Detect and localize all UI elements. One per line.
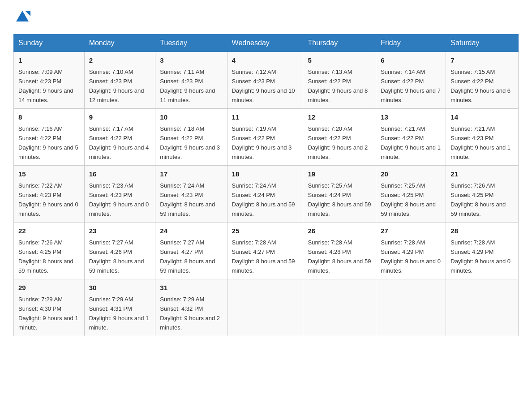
- calendar-cell: 29 Sunrise: 7:29 AMSunset: 4:30 PMDaylig…: [14, 279, 85, 336]
- day-number: 23: [89, 226, 151, 236]
- calendar-cell: 5 Sunrise: 7:13 AMSunset: 4:22 PMDayligh…: [303, 52, 376, 109]
- day-number: 16: [89, 169, 151, 180]
- day-number: 5: [308, 56, 371, 66]
- calendar-cell: 31 Sunrise: 7:29 AMSunset: 4:32 PMDaylig…: [155, 279, 227, 336]
- calendar-cell: [446, 279, 519, 336]
- day-info: Sunrise: 7:28 AMSunset: 4:27 PMDaylight:…: [232, 239, 295, 274]
- day-info: Sunrise: 7:11 AMSunset: 4:23 PMDaylight:…: [160, 68, 215, 103]
- day-info: Sunrise: 7:24 AMSunset: 4:23 PMDaylight:…: [160, 182, 215, 217]
- calendar-cell: 20 Sunrise: 7:25 AMSunset: 4:25 PMDaylig…: [376, 166, 446, 223]
- day-info: Sunrise: 7:22 AMSunset: 4:23 PMDaylight:…: [18, 182, 78, 217]
- day-number: 6: [381, 56, 441, 66]
- day-number: 18: [232, 169, 299, 180]
- day-info: Sunrise: 7:25 AMSunset: 4:25 PMDaylight:…: [381, 182, 436, 217]
- calendar-cell: 27 Sunrise: 7:28 AMSunset: 4:29 PMDaylig…: [376, 223, 446, 279]
- calendar-cell: [376, 279, 446, 336]
- day-number: 27: [381, 226, 441, 236]
- header-sunday: Sunday: [14, 34, 85, 52]
- calendar-cell: 6 Sunrise: 7:14 AMSunset: 4:22 PMDayligh…: [376, 52, 446, 109]
- calendar-cell: 24 Sunrise: 7:27 AMSunset: 4:27 PMDaylig…: [155, 223, 227, 279]
- calendar-cell: 11 Sunrise: 7:19 AMSunset: 4:22 PMDaylig…: [227, 109, 303, 166]
- header-tuesday: Tuesday: [155, 34, 227, 52]
- day-number: 28: [450, 226, 514, 236]
- day-number: 7: [450, 56, 514, 66]
- day-number: 11: [232, 112, 299, 123]
- day-info: Sunrise: 7:18 AMSunset: 4:22 PMDaylight:…: [160, 125, 220, 160]
- day-info: Sunrise: 7:28 AMSunset: 4:28 PMDaylight:…: [308, 239, 371, 274]
- day-number: 30: [89, 283, 151, 293]
- calendar-cell: 30 Sunrise: 7:29 AMSunset: 4:31 PMDaylig…: [84, 279, 155, 336]
- calendar-header-row: SundayMondayTuesdayWednesdayThursdayFrid…: [14, 34, 519, 52]
- calendar-week-row: 1 Sunrise: 7:09 AMSunset: 4:23 PMDayligh…: [14, 52, 519, 109]
- calendar-cell: 22 Sunrise: 7:26 AMSunset: 4:25 PMDaylig…: [14, 223, 85, 279]
- day-info: Sunrise: 7:09 AMSunset: 4:23 PMDaylight:…: [18, 68, 73, 103]
- calendar-cell: 13 Sunrise: 7:21 AMSunset: 4:22 PMDaylig…: [376, 109, 446, 166]
- day-number: 1: [18, 56, 80, 66]
- day-number: 8: [18, 112, 80, 123]
- day-info: Sunrise: 7:16 AMSunset: 4:22 PMDaylight:…: [18, 125, 78, 160]
- day-info: Sunrise: 7:13 AMSunset: 4:22 PMDaylight:…: [308, 68, 368, 103]
- day-info: Sunrise: 7:27 AMSunset: 4:27 PMDaylight:…: [160, 239, 215, 274]
- day-info: Sunrise: 7:10 AMSunset: 4:23 PMDaylight:…: [89, 68, 144, 103]
- day-info: Sunrise: 7:15 AMSunset: 4:22 PMDaylight:…: [450, 68, 511, 103]
- day-number: 26: [308, 226, 371, 236]
- day-info: Sunrise: 7:19 AMSunset: 4:22 PMDaylight:…: [232, 125, 292, 160]
- day-number: 31: [160, 283, 222, 293]
- svg-marker-2: [25, 11, 30, 16]
- calendar-cell: 17 Sunrise: 7:24 AMSunset: 4:23 PMDaylig…: [155, 166, 227, 223]
- day-number: 15: [18, 169, 80, 180]
- day-number: 14: [450, 112, 514, 123]
- day-number: 20: [381, 169, 441, 180]
- calendar-cell: 16 Sunrise: 7:23 AMSunset: 4:23 PMDaylig…: [84, 166, 155, 223]
- logo: [13, 9, 31, 25]
- day-number: 21: [450, 169, 514, 180]
- calendar-cell: [303, 279, 376, 336]
- calendar-cell: 23 Sunrise: 7:27 AMSunset: 4:26 PMDaylig…: [84, 223, 155, 279]
- day-number: 19: [308, 169, 371, 180]
- day-number: 4: [232, 56, 299, 66]
- day-number: 2: [89, 56, 151, 66]
- calendar-cell: 3 Sunrise: 7:11 AMSunset: 4:23 PMDayligh…: [155, 52, 227, 109]
- day-number: 10: [160, 112, 222, 123]
- calendar-cell: [227, 279, 303, 336]
- header-friday: Friday: [376, 34, 446, 52]
- logo-icon: [14, 9, 30, 25]
- day-number: 25: [232, 226, 299, 236]
- calendar-week-row: 29 Sunrise: 7:29 AMSunset: 4:30 PMDaylig…: [14, 279, 519, 336]
- day-number: 17: [160, 169, 222, 180]
- calendar-cell: 26 Sunrise: 7:28 AMSunset: 4:28 PMDaylig…: [303, 223, 376, 279]
- calendar-cell: 2 Sunrise: 7:10 AMSunset: 4:23 PMDayligh…: [84, 52, 155, 109]
- day-number: 24: [160, 226, 222, 236]
- day-number: 3: [160, 56, 222, 66]
- calendar-week-row: 15 Sunrise: 7:22 AMSunset: 4:23 PMDaylig…: [14, 166, 519, 223]
- calendar-cell: 10 Sunrise: 7:18 AMSunset: 4:22 PMDaylig…: [155, 109, 227, 166]
- calendar-cell: 4 Sunrise: 7:12 AMSunset: 4:23 PMDayligh…: [227, 52, 303, 109]
- header-monday: Monday: [84, 34, 155, 52]
- calendar-cell: 1 Sunrise: 7:09 AMSunset: 4:23 PMDayligh…: [14, 52, 85, 109]
- day-info: Sunrise: 7:25 AMSunset: 4:24 PMDaylight:…: [308, 182, 371, 217]
- calendar-cell: 28 Sunrise: 7:28 AMSunset: 4:29 PMDaylig…: [446, 223, 519, 279]
- day-info: Sunrise: 7:23 AMSunset: 4:23 PMDaylight:…: [89, 182, 149, 217]
- day-number: 12: [308, 112, 371, 123]
- day-number: 13: [381, 112, 441, 123]
- day-info: Sunrise: 7:14 AMSunset: 4:22 PMDaylight:…: [381, 68, 441, 103]
- day-info: Sunrise: 7:28 AMSunset: 4:29 PMDaylight:…: [381, 239, 441, 274]
- calendar-cell: 21 Sunrise: 7:26 AMSunset: 4:25 PMDaylig…: [446, 166, 519, 223]
- calendar-cell: 8 Sunrise: 7:16 AMSunset: 4:22 PMDayligh…: [14, 109, 85, 166]
- day-info: Sunrise: 7:29 AMSunset: 4:31 PMDaylight:…: [89, 296, 149, 331]
- day-number: 29: [18, 283, 80, 293]
- calendar-cell: 14 Sunrise: 7:21 AMSunset: 4:23 PMDaylig…: [446, 109, 519, 166]
- header-saturday: Saturday: [446, 34, 519, 52]
- calendar-cell: 12 Sunrise: 7:20 AMSunset: 4:22 PMDaylig…: [303, 109, 376, 166]
- calendar-cell: 19 Sunrise: 7:25 AMSunset: 4:24 PMDaylig…: [303, 166, 376, 223]
- day-info: Sunrise: 7:12 AMSunset: 4:23 PMDaylight:…: [232, 68, 295, 103]
- calendar-cell: 7 Sunrise: 7:15 AMSunset: 4:22 PMDayligh…: [446, 52, 519, 109]
- day-info: Sunrise: 7:28 AMSunset: 4:29 PMDaylight:…: [450, 239, 511, 274]
- calendar-cell: 15 Sunrise: 7:22 AMSunset: 4:23 PMDaylig…: [14, 166, 85, 223]
- day-info: Sunrise: 7:26 AMSunset: 4:25 PMDaylight:…: [450, 182, 506, 217]
- day-info: Sunrise: 7:17 AMSunset: 4:22 PMDaylight:…: [89, 125, 149, 160]
- day-number: 22: [18, 226, 80, 236]
- day-info: Sunrise: 7:26 AMSunset: 4:25 PMDaylight:…: [18, 239, 73, 274]
- calendar-cell: 9 Sunrise: 7:17 AMSunset: 4:22 PMDayligh…: [84, 109, 155, 166]
- day-info: Sunrise: 7:29 AMSunset: 4:32 PMDaylight:…: [160, 296, 220, 331]
